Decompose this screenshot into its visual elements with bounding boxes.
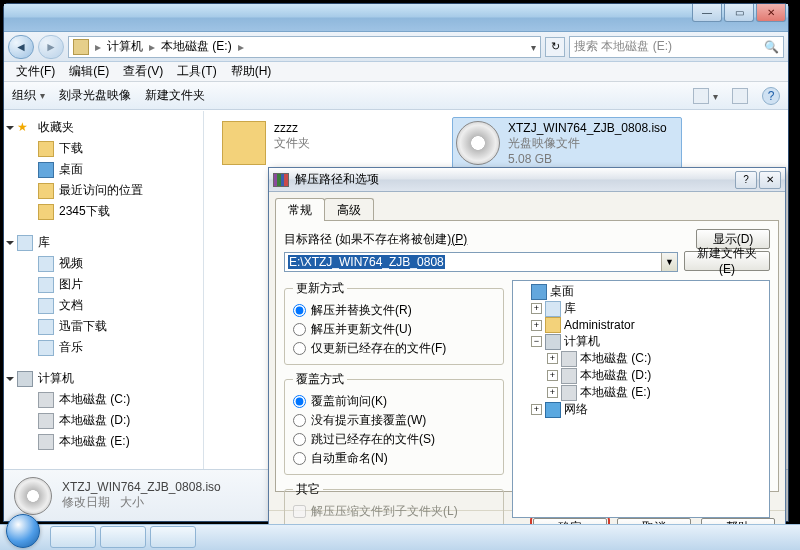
nav-item-downloads[interactable]: 下载 — [4, 138, 203, 159]
address-dropdown-icon[interactable] — [529, 40, 536, 54]
nav-back-button[interactable]: ◄ — [8, 35, 34, 59]
update-mode-freshen[interactable]: 仅更新已经存在的文件(F) — [293, 339, 495, 358]
minimize-button[interactable]: — — [692, 4, 722, 22]
view-mode-icon[interactable] — [693, 88, 709, 104]
drive-icon — [561, 368, 577, 384]
nav-item-2345[interactable]: 2345下载 — [4, 201, 203, 222]
dialog-titlebar[interactable]: 解压路径和选项 ? ✕ — [269, 168, 785, 192]
taskbar-item[interactable] — [50, 526, 96, 548]
nav-item-drive-d[interactable]: 本地磁盘 (D:) — [4, 410, 203, 431]
expand-icon[interactable]: + — [547, 370, 558, 381]
nav-favorites-head[interactable]: ★收藏夹 — [4, 117, 203, 138]
refresh-button[interactable]: ↻ — [545, 37, 565, 57]
tree-node-desktop[interactable]: 桌面 — [515, 283, 767, 300]
menu-view[interactable]: 查看(V) — [117, 62, 169, 81]
update-mode-update[interactable]: 解压并更新文件(U) — [293, 320, 495, 339]
window-controls: — ▭ ✕ — [690, 4, 786, 22]
nav-item-video[interactable]: 视频 — [4, 253, 203, 274]
close-button[interactable]: ✕ — [756, 4, 786, 22]
folder-tree[interactable]: 桌面 +库 +Administrator −计算机 +本地磁盘 (C:) +本地… — [512, 280, 770, 518]
dest-path-dropdown-icon[interactable]: ▼ — [661, 253, 677, 271]
download-icon — [38, 319, 54, 335]
menu-tools[interactable]: 工具(T) — [171, 62, 222, 81]
desktop-icon — [531, 284, 547, 300]
expand-icon[interactable]: + — [547, 353, 558, 364]
disc-icon — [14, 477, 52, 515]
tab-general[interactable]: 常规 — [275, 198, 325, 221]
burn-image-button[interactable]: 刻录光盘映像 — [59, 87, 131, 104]
tab-advanced[interactable]: 高级 — [324, 198, 374, 221]
folder-icon — [38, 141, 54, 157]
expand-icon[interactable]: + — [531, 303, 542, 314]
tree-node-libs[interactable]: +库 — [515, 300, 767, 317]
start-button[interactable] — [6, 514, 40, 548]
folder-icon — [38, 204, 54, 220]
picture-icon — [38, 277, 54, 293]
tree-node-computer[interactable]: −计算机 — [515, 333, 767, 350]
update-mode-replace[interactable]: 解压并替换文件(R) — [293, 301, 495, 320]
file-item-folder[interactable]: zzzz 文件夹 — [218, 117, 314, 169]
expand-icon[interactable]: + — [547, 387, 558, 398]
taskbar-item[interactable] — [150, 526, 196, 548]
nav-item-thunderdl[interactable]: 迅雷下载 — [4, 316, 203, 337]
expand-icon[interactable]: + — [531, 320, 542, 331]
overwrite-ask[interactable]: 覆盖前询问(K) — [293, 392, 495, 411]
dialog-help-button[interactable]: ? — [735, 171, 757, 189]
nav-item-documents[interactable]: 文档 — [4, 295, 203, 316]
nav-computer-head[interactable]: 计算机 — [4, 368, 203, 389]
menu-edit[interactable]: 编辑(E) — [63, 62, 115, 81]
overwrite-noask[interactable]: 没有提示直接覆盖(W) — [293, 411, 495, 430]
help-icon[interactable]: ? — [762, 87, 780, 105]
drive-icon — [38, 392, 54, 408]
taskbar-item[interactable] — [100, 526, 146, 548]
dest-path-label: 目标路径 (如果不存在将被创建) — [284, 232, 451, 246]
chevron-down-icon — [6, 241, 14, 245]
preview-pane-icon[interactable] — [732, 88, 748, 104]
nav-libraries-head[interactable]: 库 — [4, 232, 203, 253]
new-folder-button[interactable]: 新建文件夹 — [145, 87, 205, 104]
document-icon — [38, 298, 54, 314]
nav-item-recent[interactable]: 最近访问的位置 — [4, 180, 203, 201]
nav-item-drive-c[interactable]: 本地磁盘 (C:) — [4, 389, 203, 410]
file-type: 文件夹 — [274, 135, 310, 152]
tree-node-network[interactable]: +网络 — [515, 401, 767, 418]
organize-button[interactable]: 组织 — [12, 87, 45, 104]
nav-item-desktop[interactable]: 桌面 — [4, 159, 203, 180]
address-bar[interactable]: ▸ 计算机 ▸ 本地磁盘 (E:) ▸ — [68, 36, 541, 58]
overwrite-rename[interactable]: 自动重命名(N) — [293, 449, 495, 468]
nav-label: 收藏夹 — [38, 119, 74, 136]
menu-help[interactable]: 帮助(H) — [225, 62, 278, 81]
nav-item-drive-e[interactable]: 本地磁盘 (E:) — [4, 431, 203, 452]
nav-item-music[interactable]: 音乐 — [4, 337, 203, 358]
folder-icon — [38, 183, 54, 199]
computer-icon — [545, 334, 561, 350]
file-item-iso[interactable]: XTZJ_WIN764_ZJB_0808.iso 光盘映像文件 5.08 GB — [452, 117, 682, 170]
address-bar-row: ◄ ► ▸ 计算机 ▸ 本地磁盘 (E:) ▸ ↻ 搜索 本地磁盘 (E:) 🔍 — [4, 32, 788, 62]
collapse-icon[interactable]: − — [531, 336, 542, 347]
taskbar[interactable] — [0, 524, 800, 550]
tree-node-drive-c[interactable]: +本地磁盘 (C:) — [515, 350, 767, 367]
tree-node-drive-e[interactable]: +本地磁盘 (E:) — [515, 384, 767, 401]
misc-subfolders[interactable]: 解压压缩文件到子文件夹(L) — [293, 502, 495, 521]
drive-icon — [38, 413, 54, 429]
library-icon — [545, 301, 561, 317]
tree-node-admin[interactable]: +Administrator — [515, 317, 767, 333]
expand-icon[interactable]: + — [531, 404, 542, 415]
overwrite-skip[interactable]: 跳过已经存在的文件(S) — [293, 430, 495, 449]
nav-item-pictures[interactable]: 图片 — [4, 274, 203, 295]
video-icon — [38, 256, 54, 272]
explorer-titlebar[interactable]: — ▭ ✕ — [4, 4, 788, 32]
breadcrumb-root[interactable]: 计算机 — [107, 38, 143, 55]
nav-forward-button[interactable]: ► — [38, 35, 64, 59]
file-type: 光盘映像文件 — [508, 135, 667, 152]
menu-file[interactable]: 文件(F) — [10, 62, 61, 81]
dest-path-input[interactable]: E:\XTZJ_WIN764_ZJB_0808 ▼ — [284, 252, 678, 272]
search-box[interactable]: 搜索 本地磁盘 (E:) 🔍 — [569, 36, 784, 58]
tree-node-drive-d[interactable]: +本地磁盘 (D:) — [515, 367, 767, 384]
view-mode-dropdown-icon[interactable] — [711, 89, 718, 103]
new-folder-button[interactable]: 新建文件夹(E) — [684, 251, 770, 271]
breadcrumb-seg[interactable]: 本地磁盘 (E:) — [161, 38, 232, 55]
maximize-button[interactable]: ▭ — [724, 4, 754, 22]
dialog-title: 解压路径和选项 — [295, 171, 379, 188]
dialog-close-button[interactable]: ✕ — [759, 171, 781, 189]
